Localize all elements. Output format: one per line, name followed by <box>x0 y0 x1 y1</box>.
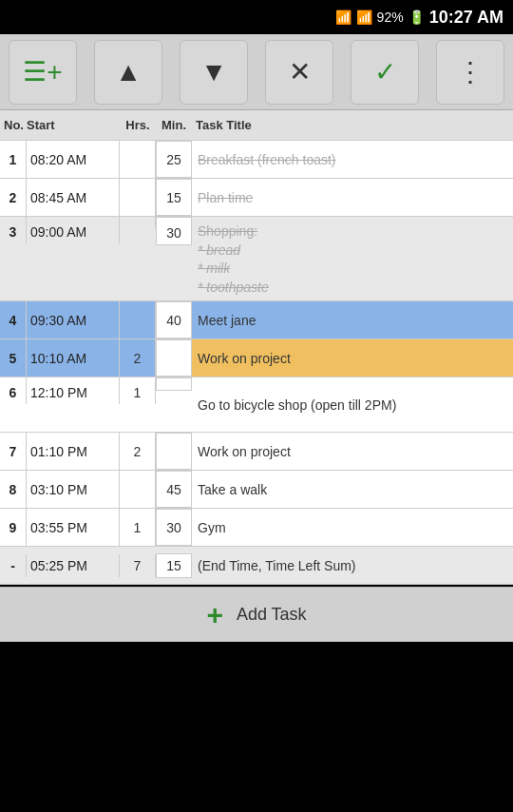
row-task: Go to bicycle shop (open till 2PM) <box>192 377 513 432</box>
check-icon: ✓ <box>374 56 396 87</box>
row-task: Plan time <box>192 179 513 216</box>
row-hrs <box>120 217 156 228</box>
header-hrs: Hrs. <box>120 118 156 132</box>
row-task: Shopping: * bread * milk * toothpaste <box>192 217 513 300</box>
row-min: 40 <box>156 301 192 338</box>
header-no: No. <box>0 118 27 132</box>
row-start-time: 01:10 PM <box>27 433 120 470</box>
table-row[interactable]: 5 10:10 AM 2 Work on project <box>0 339 513 377</box>
signal-icon: 📶 <box>356 10 372 25</box>
status-bar: 📶 📶 92% 🔋 10:27 AM <box>0 0 513 34</box>
row-hrs <box>120 141 156 178</box>
cancel-button[interactable]: ✕ <box>265 40 333 105</box>
table-row[interactable]: 4 09:30 AM 40 Meet jane <box>0 301 513 339</box>
header-task: Task Title <box>192 118 513 132</box>
row-hrs: 1 <box>120 509 156 546</box>
row-hrs <box>120 301 156 338</box>
row-hrs <box>120 179 156 216</box>
summary-no: - <box>0 554 27 577</box>
row-hrs: 1 <box>120 377 156 404</box>
row-number: 6 <box>0 377 27 404</box>
chevron-up-icon: ▲ <box>115 57 142 87</box>
summary-hrs: 7 <box>120 554 156 577</box>
row-start-time: 08:20 AM <box>27 141 120 178</box>
row-min <box>156 377 192 391</box>
battery-icon: 🔋 <box>408 10 425 25</box>
row-min: 25 <box>156 141 192 178</box>
row-task: Work on project <box>192 433 513 470</box>
confirm-button[interactable]: ✓ <box>351 40 419 105</box>
row-min: 15 <box>156 179 192 216</box>
table-row[interactable]: 8 03:10 PM 45 Take a walk <box>0 471 513 509</box>
wifi-icon: 📶 <box>335 10 352 25</box>
row-task: Breakfast (french toast) <box>192 141 513 178</box>
row-number: 5 <box>0 339 27 377</box>
menu-button[interactable]: ⋮ <box>436 40 504 105</box>
row-task: Meet jane <box>192 301 513 338</box>
table-header: No. Start Hrs. Min. Task Title <box>0 110 513 141</box>
status-time: 10:27 AM <box>429 8 504 28</box>
row-number: 3 <box>0 217 27 243</box>
row-start-time: 03:55 PM <box>27 509 120 546</box>
row-hrs: 2 <box>120 433 156 470</box>
row-hrs: 2 <box>120 339 156 377</box>
row-number: 8 <box>0 471 27 508</box>
row-number: 1 <box>0 141 27 178</box>
row-start-time: 03:10 PM <box>27 471 120 508</box>
table-row[interactable]: 7 01:10 PM 2 Work on project <box>0 433 513 471</box>
row-task: Take a walk <box>192 471 513 508</box>
row-number: 9 <box>0 509 27 546</box>
row-start-time: 09:00 AM <box>27 217 120 243</box>
close-icon: ✕ <box>289 56 311 87</box>
overflow-menu-icon: ⋮ <box>457 56 484 87</box>
table-row[interactable]: 3 09:00 AM 30 Shopping: * bread * milk *… <box>0 217 513 301</box>
table-row[interactable]: 2 08:45 AM 15 Plan time <box>0 179 513 217</box>
toolbar: ☰+ ▲ ▼ ✕ ✓ ⋮ <box>0 34 513 110</box>
add-task-button[interactable]: + Add Task <box>0 587 513 642</box>
task-table: No. Start Hrs. Min. Task Title 1 08:20 A… <box>0 110 513 585</box>
header-start: Start <box>27 118 120 132</box>
summary-min: 15 <box>156 553 192 578</box>
row-start-time: 10:10 AM <box>27 339 120 377</box>
table-row[interactable]: 1 08:20 AM 25 Breakfast (french toast) <box>0 141 513 179</box>
move-down-button[interactable]: ▼ <box>180 40 248 105</box>
row-task-highlighted: Work on project <box>192 339 513 377</box>
chevron-down-icon: ▼ <box>200 57 227 87</box>
summary-task: (End Time, Time Left Sum) <box>192 554 513 577</box>
add-list-icon: ☰+ <box>23 56 62 87</box>
summary-row: - 05:25 PM 7 15 (End Time, Time Left Sum… <box>0 547 513 585</box>
row-start-time: 08:45 AM <box>27 179 120 216</box>
move-up-button[interactable]: ▲ <box>94 40 162 105</box>
row-min: 30 <box>156 217 192 245</box>
header-min: Min. <box>156 118 192 132</box>
row-min: 45 <box>156 471 192 508</box>
row-min: 30 <box>156 509 192 546</box>
row-task: Gym <box>192 509 513 546</box>
add-task-label: Add Task <box>237 605 307 625</box>
row-number: 2 <box>0 179 27 216</box>
row-number: 4 <box>0 301 27 338</box>
row-number: 7 <box>0 433 27 470</box>
row-hrs <box>120 471 156 508</box>
row-min <box>156 433 192 470</box>
summary-start-time: 05:25 PM <box>27 554 120 577</box>
row-start-time: 09:30 AM <box>27 301 120 338</box>
table-row[interactable]: 6 12:10 PM 1 Go to bicycle shop (open ti… <box>0 377 513 433</box>
row-start-time: 12:10 PM <box>27 377 120 404</box>
add-list-button[interactable]: ☰+ <box>9 40 77 105</box>
table-row[interactable]: 9 03:55 PM 1 30 Gym <box>0 509 513 547</box>
plus-icon: + <box>206 599 223 631</box>
battery-level: 92% <box>377 10 404 25</box>
row-min <box>156 339 192 377</box>
